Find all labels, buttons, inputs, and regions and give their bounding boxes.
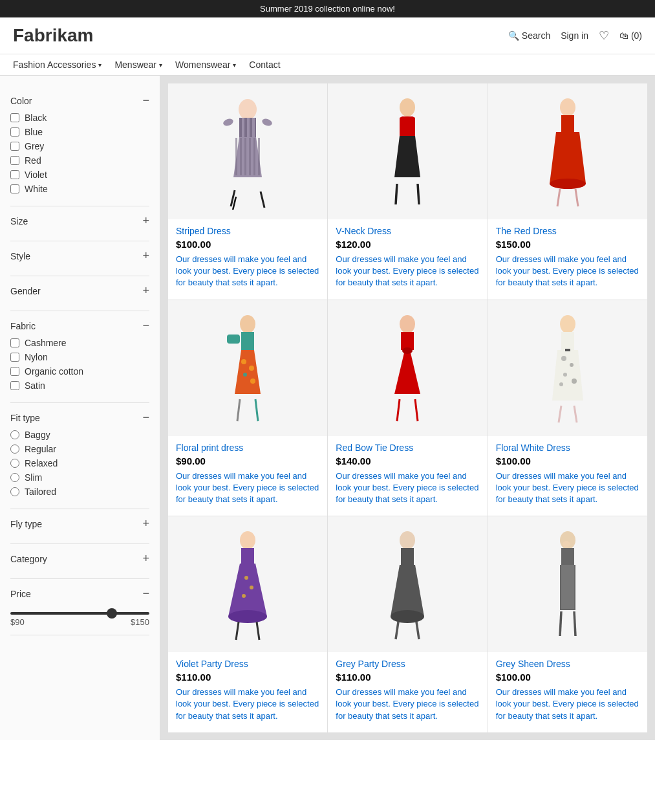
- product-name[interactable]: Red Bow Tie Dress: [336, 443, 479, 453]
- checkbox-satin[interactable]: [10, 381, 19, 390]
- product-name[interactable]: Grey Party Dress: [336, 659, 479, 669]
- search-button[interactable]: 🔍 Search: [508, 30, 550, 41]
- checkbox-grey[interactable]: [10, 142, 19, 151]
- filter-fit-type: Fit type − Baggy Regular Relaxed: [10, 403, 149, 509]
- sidebar: Color − Black Blue Grey Red: [0, 76, 160, 740]
- product-price: $100.00: [496, 672, 639, 683]
- filter-style: Style +: [10, 241, 149, 276]
- filter-option-baggy[interactable]: Baggy: [10, 430, 149, 440]
- filter-color-header[interactable]: Color −: [10, 94, 149, 107]
- filter-price-header[interactable]: Price −: [10, 587, 149, 600]
- cart-button[interactable]: 🛍 (0): [619, 30, 642, 41]
- product-card[interactable]: V-Neck Dress $120.00 Our dresses will ma…: [328, 83, 487, 300]
- filter-option-violet[interactable]: Violet: [10, 170, 149, 180]
- product-card[interactable]: Floral White Dress $100.00 Our dresses w…: [488, 300, 647, 516]
- checkbox-cashmere[interactable]: [10, 338, 19, 347]
- product-card[interactable]: Red Bow Tie Dress $140.00 Our dresses wi…: [328, 300, 487, 516]
- radio-baggy[interactable]: [10, 430, 19, 439]
- svg-point-30: [240, 315, 255, 333]
- product-name[interactable]: Floral White Dress: [496, 443, 639, 453]
- checkbox-violet[interactable]: [10, 170, 19, 179]
- filter-option-nylon[interactable]: Nylon: [10, 352, 149, 362]
- product-price: $90.00: [176, 455, 319, 466]
- svg-rect-11: [253, 138, 255, 175]
- nav-item-contact[interactable]: Contact: [249, 60, 280, 70]
- product-card[interactable]: Violet Party Dress $110.00 Our dresses w…: [168, 516, 327, 732]
- svg-line-38: [237, 399, 240, 421]
- product-info: Violet Party Dress $110.00 Our dresses w…: [168, 652, 327, 722]
- product-name[interactable]: Violet Party Dress: [176, 659, 319, 669]
- checkbox-organic-cotton[interactable]: [10, 367, 19, 376]
- product-card[interactable]: The Red Dress $150.00 Our dresses will m…: [488, 83, 647, 300]
- checkbox-red[interactable]: [10, 156, 19, 165]
- expand-icon: +: [142, 284, 149, 298]
- filter-category-header[interactable]: Category +: [10, 552, 149, 565]
- product-description: Our dresses will make you feel and look …: [336, 254, 479, 289]
- filter-size: Size +: [10, 206, 149, 241]
- filter-option-red[interactable]: Red: [10, 155, 149, 166]
- radio-slim[interactable]: [10, 473, 19, 482]
- expand-icon: +: [142, 214, 149, 228]
- product-card[interactable]: Grey Sheen Dress $100.00 Our dresses wil…: [488, 516, 647, 732]
- nav-item-menswear[interactable]: Menswear ▾: [114, 60, 162, 70]
- filter-fly-type-header[interactable]: Fly type +: [10, 517, 149, 531]
- filter-option-relaxed[interactable]: Relaxed: [10, 458, 149, 468]
- filter-size-header[interactable]: Size +: [10, 214, 149, 228]
- svg-line-22: [396, 184, 397, 204]
- filter-option-regular[interactable]: Regular: [10, 444, 149, 454]
- svg-rect-8: [240, 138, 242, 175]
- svg-rect-3: [244, 118, 247, 137]
- product-card[interactable]: Striped Dress $100.00 Our dresses will m…: [168, 83, 327, 300]
- filter-fabric-header[interactable]: Fabric −: [10, 319, 149, 333]
- sign-in-button[interactable]: Sign in: [561, 30, 588, 41]
- filter-option-black[interactable]: Black: [10, 113, 149, 123]
- svg-rect-5: [255, 118, 256, 137]
- product-card[interactable]: Grey Party Dress $110.00 Our dresses wil…: [328, 516, 487, 732]
- product-name[interactable]: Striped Dress: [176, 226, 319, 236]
- nav-label: Womenswear: [175, 60, 230, 70]
- filter-price: Price − $90 $150: [10, 579, 149, 635]
- svg-point-61: [244, 576, 248, 580]
- product-name[interactable]: V-Neck Dress: [336, 226, 479, 236]
- wishlist-button[interactable]: ♡: [599, 28, 609, 43]
- svg-rect-12: [258, 138, 260, 175]
- product-name[interactable]: Floral print dress: [176, 443, 319, 453]
- svg-point-24: [560, 98, 575, 116]
- svg-point-18: [400, 98, 415, 116]
- radio-relaxed[interactable]: [10, 459, 19, 468]
- radio-tailored[interactable]: [10, 487, 19, 496]
- checkbox-nylon[interactable]: [10, 353, 19, 362]
- filter-option-tailored[interactable]: Tailored: [10, 487, 149, 497]
- product-description: Our dresses will make you feel and look …: [336, 686, 479, 722]
- svg-line-77: [574, 611, 575, 636]
- price-range-slider[interactable]: [10, 612, 149, 615]
- svg-marker-59: [228, 564, 267, 617]
- filter-gender-header[interactable]: Gender +: [10, 284, 149, 298]
- filter-option-cashmere[interactable]: Cashmere: [10, 338, 149, 348]
- filter-option-slim[interactable]: Slim: [10, 472, 149, 483]
- nav-item-womenswear[interactable]: Womenswear ▾: [175, 60, 236, 70]
- filter-option-satin[interactable]: Satin: [10, 380, 149, 391]
- filter-fit-type-header[interactable]: Fit type −: [10, 411, 149, 424]
- filter-color: Color − Black Blue Grey Red: [10, 86, 149, 206]
- nav-label: Menswear: [114, 60, 156, 70]
- filter-option-grey[interactable]: Grey: [10, 141, 149, 151]
- radio-regular[interactable]: [10, 444, 19, 454]
- product-name[interactable]: Grey Sheen Dress: [496, 659, 639, 669]
- header-actions: 🔍 Search Sign in ♡ 🛍 (0): [508, 28, 642, 43]
- filter-option-blue[interactable]: Blue: [10, 127, 149, 137]
- nav-item-fashion-accessories[interactable]: Fashion Accessories ▾: [13, 60, 102, 70]
- filter-style-header[interactable]: Style +: [10, 249, 149, 263]
- filter-option-white[interactable]: White: [10, 184, 149, 194]
- product-name[interactable]: The Red Dress: [496, 226, 639, 236]
- filter-option-organic-cotton[interactable]: Organic cotton: [10, 366, 149, 377]
- logo[interactable]: Fabrikam: [13, 25, 508, 46]
- svg-point-46: [560, 315, 575, 333]
- checkbox-white[interactable]: [10, 184, 19, 193]
- checkbox-blue[interactable]: [10, 127, 19, 137]
- svg-point-51: [563, 373, 567, 377]
- collapse-icon: −: [142, 319, 149, 333]
- product-card[interactable]: Floral print dress $90.00 Our dresses wi…: [168, 300, 327, 516]
- checkbox-black[interactable]: [10, 113, 19, 122]
- svg-point-36: [243, 373, 247, 377]
